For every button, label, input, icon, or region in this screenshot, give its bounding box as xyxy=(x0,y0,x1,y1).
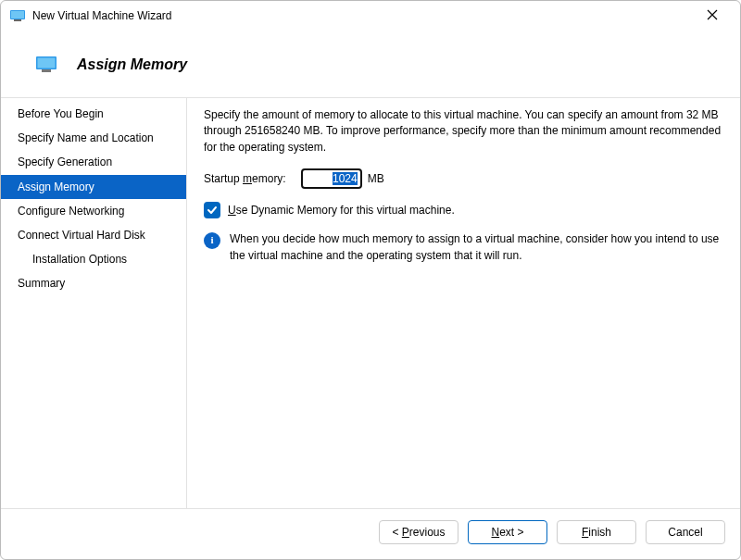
wizard-body: Before You Begin Specify Name and Locati… xyxy=(1,97,740,508)
step-specify-generation[interactable]: Specify Generation xyxy=(1,150,186,174)
dynamic-memory-row: Use Dynamic Memory for this virtual mach… xyxy=(204,202,722,218)
startup-memory-label: Startup memory: xyxy=(204,172,286,185)
memory-description: Specify the amount of memory to allocate… xyxy=(204,107,722,156)
step-specify-name-location[interactable]: Specify Name and Location xyxy=(1,126,186,150)
titlebar: New Virtual Machine Wizard xyxy=(1,1,740,31)
startup-memory-input[interactable] xyxy=(301,168,362,189)
wizard-footer: < Previous Next > Finish Cancel xyxy=(1,508,740,559)
previous-button[interactable]: < Previous xyxy=(379,520,458,544)
monitor-icon xyxy=(36,55,57,75)
svg-rect-1 xyxy=(11,11,24,19)
cancel-button[interactable]: Cancel xyxy=(646,520,725,544)
step-summary[interactable]: Summary xyxy=(1,271,186,295)
close-button[interactable] xyxy=(694,8,731,23)
window-title: New Virtual Machine Wizard xyxy=(32,9,694,22)
svg-rect-4 xyxy=(38,58,56,68)
dynamic-memory-label[interactable]: Use Dynamic Memory for this virtual mach… xyxy=(228,204,455,217)
step-configure-networking[interactable]: Configure Networking xyxy=(1,199,186,223)
info-icon: i xyxy=(204,232,220,249)
svg-rect-2 xyxy=(14,19,21,21)
memory-unit-label: MB xyxy=(368,172,384,185)
step-assign-memory[interactable]: Assign Memory xyxy=(1,175,186,199)
info-text: When you decide how much memory to assig… xyxy=(230,231,722,264)
info-row: i When you decide how much memory to ass… xyxy=(204,231,722,264)
finish-button[interactable]: Finish xyxy=(557,520,636,544)
step-connect-vhd[interactable]: Connect Virtual Hard Disk xyxy=(1,223,186,247)
wizard-steps-sidebar: Before You Begin Specify Name and Locati… xyxy=(1,98,187,508)
dynamic-memory-checkbox[interactable] xyxy=(204,202,220,218)
page-title: Assign Memory xyxy=(77,56,187,73)
step-installation-options[interactable]: Installation Options xyxy=(1,247,186,271)
app-icon xyxy=(10,8,25,23)
wizard-content: Specify the amount of memory to allocate… xyxy=(187,98,740,508)
startup-memory-row: Startup memory: MB xyxy=(204,168,722,189)
next-button[interactable]: Next > xyxy=(468,520,547,544)
wizard-header: Assign Memory xyxy=(1,31,740,97)
step-before-you-begin[interactable]: Before You Begin xyxy=(1,102,186,126)
svg-rect-5 xyxy=(42,69,51,72)
